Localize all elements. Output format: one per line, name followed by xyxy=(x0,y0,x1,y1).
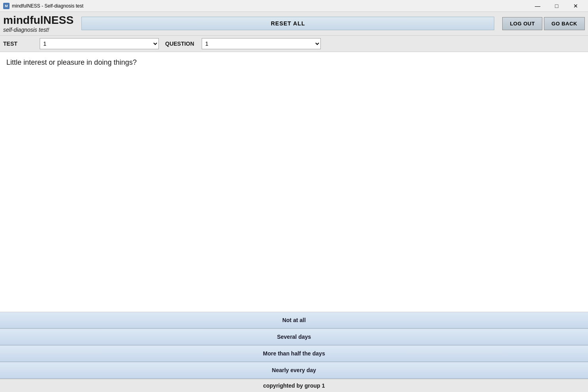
app-icon: M xyxy=(3,3,10,9)
question-label: QUESTION xyxy=(165,41,197,47)
answer-button-0[interactable]: Not at all xyxy=(0,312,588,329)
test-select[interactable]: 1 xyxy=(40,38,159,49)
question-select[interactable]: 1 xyxy=(202,38,321,49)
controls-bar: TEST 1 QUESTION 1 xyxy=(0,36,588,52)
header-center: RESET ALL xyxy=(81,17,494,30)
window-title: mindfulNESS - Self-diagnosis test xyxy=(12,3,83,9)
question-control-group: QUESTION 1 xyxy=(165,38,321,49)
question-text: Little interest or pleasure in doing thi… xyxy=(6,58,582,67)
title-bar: M mindfulNESS - Self-diagnosis test — □ … xyxy=(0,0,588,12)
app-title: mindfulNESS xyxy=(3,14,73,27)
title-bar-controls: — □ ✕ xyxy=(528,0,585,12)
close-button[interactable]: ✕ xyxy=(567,0,585,12)
app-subtitle: self-diagnosis test! xyxy=(3,27,73,33)
answers-area: Not at all Several days More than half t… xyxy=(0,312,588,379)
answer-button-3[interactable]: Nearly every day xyxy=(0,362,588,379)
app-header: mindfulNESS self-diagnosis test! RESET A… xyxy=(0,12,588,36)
test-control-group: TEST 1 xyxy=(3,38,159,49)
answer-button-1[interactable]: Several days xyxy=(0,329,588,346)
maximize-button[interactable]: □ xyxy=(548,0,566,12)
log-out-button[interactable]: LOG OUT xyxy=(502,17,542,30)
go-back-button[interactable]: GO BACK xyxy=(544,17,585,30)
answer-button-2[interactable]: More than half the days xyxy=(0,346,588,362)
main-content: Little interest or pleasure in doing thi… xyxy=(0,52,588,312)
header-right: LOG OUT GO BACK xyxy=(502,17,585,30)
copyright-text: copyrighted by group 1 xyxy=(263,382,325,389)
minimize-button[interactable]: — xyxy=(528,0,547,12)
header-left: mindfulNESS self-diagnosis test! xyxy=(3,14,73,33)
reset-all-button[interactable]: RESET ALL xyxy=(81,17,494,30)
title-bar-left: M mindfulNESS - Self-diagnosis test xyxy=(3,3,83,9)
footer: copyrighted by group 1 xyxy=(0,379,588,392)
test-label: TEST xyxy=(3,41,35,47)
